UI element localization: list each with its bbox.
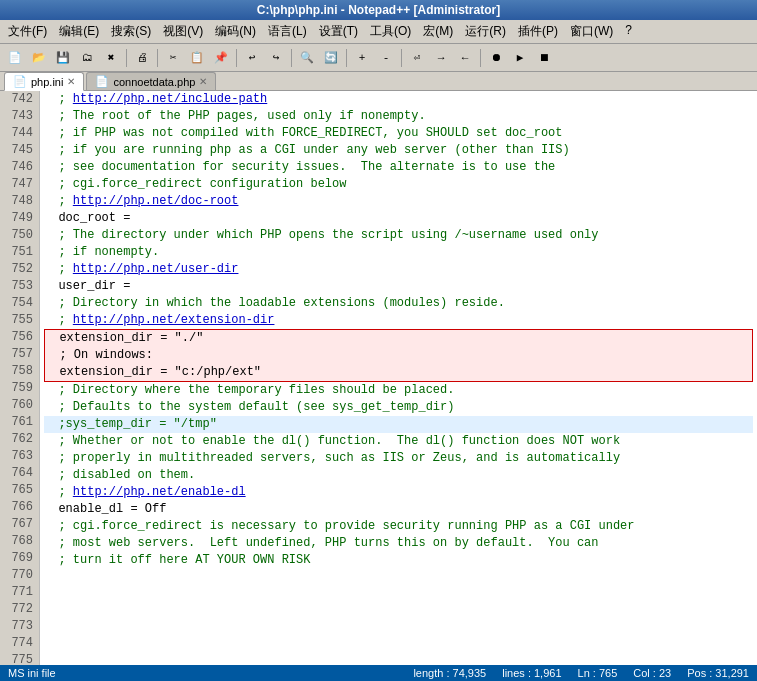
code-line-759: extension_dir = "./" <box>44 329 753 347</box>
line-number-749: 749 <box>6 210 33 227</box>
line-number-760: 760 <box>6 397 33 414</box>
code-line-752: ; The directory under which PHP opens th… <box>44 227 753 244</box>
code-line-748: ; cgi.force_redirect configuration below <box>44 176 753 193</box>
line-number-773: 773 <box>6 618 33 635</box>
menu-macro[interactable]: 宏(M) <box>419 22 457 41</box>
menu-window[interactable]: 窗口(W) <box>566 22 617 41</box>
code-line-750: doc_root = <box>44 210 753 227</box>
status-col: Col : 23 <box>633 667 671 679</box>
title-text: C:\php\php.ini - Notepad++ [Administrato… <box>257 3 500 17</box>
sep1 <box>126 49 127 67</box>
line-number-748: 748 <box>6 193 33 210</box>
menu-edit[interactable]: 编辑(E) <box>55 22 103 41</box>
code-line-758: ; http://php.net/extension-dir <box>44 312 753 329</box>
code-line-754: ; http://php.net/user-dir <box>44 261 753 278</box>
macro-rec-btn[interactable]: ⏺ <box>485 47 507 69</box>
status-pos: Pos : 31,291 <box>687 667 749 679</box>
line-number-770: 770 <box>6 567 33 584</box>
tab-connoetdata-close[interactable]: ✕ <box>199 76 207 87</box>
tab-connoetdata-icon: 📄 <box>95 75 109 88</box>
wrap-btn[interactable]: ⏎ <box>406 47 428 69</box>
menu-settings[interactable]: 设置(T) <box>315 22 362 41</box>
code-line-757: ; Directory in which the loadable extens… <box>44 295 753 312</box>
undo-btn[interactable]: ↩ <box>241 47 263 69</box>
code-line-749: ; http://php.net/doc-root <box>44 193 753 210</box>
replace-btn[interactable]: 🔄 <box>320 47 342 69</box>
toolbar: 📄 📂 💾 🗂 ✖ 🖨 ✂ 📋 📌 ↩ ↪ 🔍 🔄 + - ⏎ → ← ⏺ ▶ … <box>0 44 757 72</box>
menu-run[interactable]: 运行(R) <box>461 22 510 41</box>
line-number-774: 774 <box>6 635 33 652</box>
macro-play-btn[interactable]: ▶ <box>509 47 531 69</box>
tab-php-ini-icon: 📄 <box>13 75 27 88</box>
code-line-742: ; http://php.net/include-path <box>44 91 753 108</box>
code-line-747: ; see documentation for security issues.… <box>44 159 753 176</box>
line-number-759: 759 <box>6 380 33 397</box>
code-line-760: ; On windows: <box>44 347 753 364</box>
code-line-746: ; if you are running php as a CGI under … <box>44 142 753 159</box>
line-number-742: 742 <box>6 91 33 108</box>
code-line-768: ; properly in multithreaded servers, suc… <box>44 450 753 467</box>
line-number-752: 752 <box>6 261 33 278</box>
title-bar: C:\php\php.ini - Notepad++ [Administrato… <box>0 0 757 20</box>
cut-btn[interactable]: ✂ <box>162 47 184 69</box>
code-line-763: ; Directory where the temporary files sh… <box>44 382 753 399</box>
menu-file[interactable]: 文件(F) <box>4 22 51 41</box>
sep4 <box>291 49 292 67</box>
print-btn[interactable]: 🖨 <box>131 47 153 69</box>
menu-tools[interactable]: 工具(O) <box>366 22 415 41</box>
open-btn[interactable]: 📂 <box>28 47 50 69</box>
indent-btn[interactable]: → <box>430 47 452 69</box>
zoom-out-btn[interactable]: - <box>375 47 397 69</box>
code-line-771: enable_dl = Off <box>44 501 753 518</box>
save-all-btn[interactable]: 🗂 <box>76 47 98 69</box>
line-number-761: 761 <box>6 414 33 431</box>
menu-search[interactable]: 搜索(S) <box>107 22 155 41</box>
status-length: length : 74,935 <box>413 667 486 679</box>
find-btn[interactable]: 🔍 <box>296 47 318 69</box>
code-line-753: ; if nonempty. <box>44 244 753 261</box>
code-area[interactable]: ; http://php.net/include-path ; The root… <box>40 91 757 665</box>
tab-connoetdata[interactable]: 📄 connoetdata.php ✕ <box>86 72 216 90</box>
save-btn[interactable]: 💾 <box>52 47 74 69</box>
line-number-757: 757 <box>6 346 33 363</box>
menu-lang[interactable]: 语言(L) <box>264 22 311 41</box>
line-number-771: 771 <box>6 584 33 601</box>
redo-btn[interactable]: ↪ <box>265 47 287 69</box>
paste-btn[interactable]: 📌 <box>210 47 232 69</box>
menu-plugin[interactable]: 插件(P) <box>514 22 562 41</box>
file-type: MS ini file <box>8 667 56 679</box>
line-number-744: 744 <box>6 125 33 142</box>
macro-stop-btn[interactable]: ⏹ <box>533 47 555 69</box>
line-number-762: 762 <box>6 431 33 448</box>
status-bar: MS ini file length : 74,935 lines : 1,96… <box>0 665 757 681</box>
line-number-745: 745 <box>6 142 33 159</box>
menu-encode[interactable]: 编码(N) <box>211 22 260 41</box>
line-number-746: 746 <box>6 159 33 176</box>
line-number-755: 755 <box>6 312 33 329</box>
tab-php-ini-label: php.ini <box>31 76 63 88</box>
outdent-btn[interactable]: ← <box>454 47 476 69</box>
menu-bar: 文件(F) 编辑(E) 搜索(S) 视图(V) 编码(N) 语言(L) 设置(T… <box>0 20 757 44</box>
zoom-in-btn[interactable]: + <box>351 47 373 69</box>
line-numbers: 7427437447457467477487497507517527537547… <box>0 91 40 665</box>
code-line-755: user_dir = <box>44 278 753 295</box>
tab-php-ini-close[interactable]: ✕ <box>67 76 75 87</box>
new-btn[interactable]: 📄 <box>4 47 26 69</box>
menu-help[interactable]: ? <box>621 22 636 41</box>
code-line-767: ; Whether or not to enable the dl() func… <box>44 433 753 450</box>
close-btn[interactable]: ✖ <box>100 47 122 69</box>
status-lines: lines : 1,961 <box>502 667 561 679</box>
sep6 <box>401 49 402 67</box>
code-line-761: extension_dir = "c:/php/ext" <box>44 364 753 382</box>
sep3 <box>236 49 237 67</box>
line-number-743: 743 <box>6 108 33 125</box>
code-line-770: ; http://php.net/enable-dl <box>44 484 753 501</box>
code-line-769: ; disabled on them. <box>44 467 753 484</box>
line-number-750: 750 <box>6 227 33 244</box>
menu-view[interactable]: 视图(V) <box>159 22 207 41</box>
tab-php-ini[interactable]: 📄 php.ini ✕ <box>4 72 84 91</box>
copy-btn[interactable]: 📋 <box>186 47 208 69</box>
line-number-764: 764 <box>6 465 33 482</box>
line-number-765: 765 <box>6 482 33 499</box>
line-number-751: 751 <box>6 244 33 261</box>
